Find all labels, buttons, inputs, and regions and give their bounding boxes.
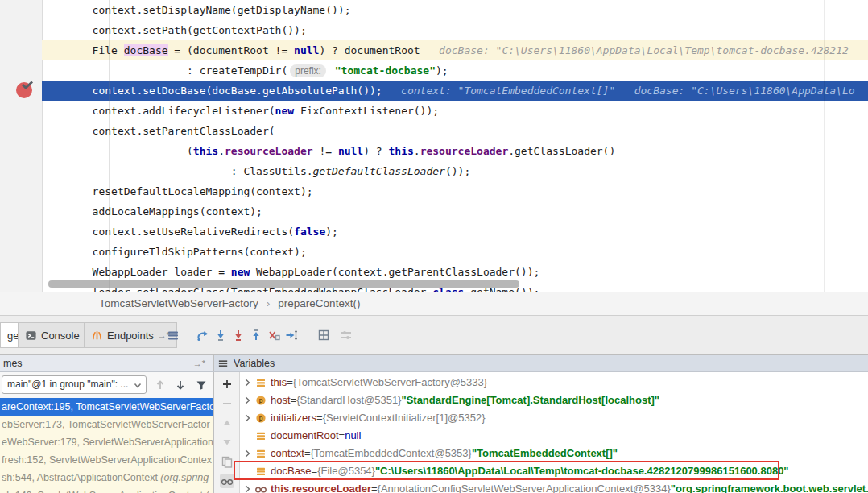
text-segment: "org.springframework.boot.web.servlet.co… xyxy=(671,480,868,493)
filter-frames-icon[interactable] xyxy=(194,378,209,392)
text-segment: configureTldSkipPatterns(context); xyxy=(42,246,307,258)
editor-gutter[interactable] xyxy=(0,0,43,292)
frame-row[interactable]: sh:544, AbstractApplicationContext (org.… xyxy=(0,469,214,487)
variables-panel-header: Variables xyxy=(214,355,868,371)
step-out-icon[interactable] xyxy=(248,327,264,343)
text-segment: host xyxy=(271,392,291,409)
debug-tool-window: gerConsole→*Endpoints→* mes →* Variables… xyxy=(0,316,868,493)
code-line[interactable]: resetDefaultLocaleMapping(context); xyxy=(42,181,868,201)
text-segment: ); xyxy=(325,226,338,238)
text-segment: {TomcatEmbeddedContext@5353} xyxy=(311,445,472,462)
text-segment: ) ? xyxy=(363,145,388,157)
frame-row[interactable]: ebServer:173, TomcatServletWebServerFact… xyxy=(0,416,214,433)
add-watch-icon[interactable] xyxy=(220,377,234,392)
frame-row[interactable]: areContext:195, TomcatServletWebServerFa… xyxy=(0,398,214,416)
local-variable-icon xyxy=(254,447,267,460)
code-line[interactable]: context.setPath(getContextPath()); xyxy=(42,20,868,40)
frames-header-label: mes xyxy=(3,358,23,369)
text-segment: ( xyxy=(42,145,193,157)
code-line[interactable]: : createTempDir(prefix: "tomcat-docbase"… xyxy=(42,60,868,81)
variable-row[interactable]: this = {TomcatServletWebServerFactory@53… xyxy=(240,374,868,392)
code-line[interactable]: context.setDocBase(docBase.getAbsolutePa… xyxy=(42,81,868,101)
code-line[interactable]: : ClassUtils.getDefaultClassLoader()); xyxy=(42,161,868,181)
thread-selector[interactable]: main"@1 in group "main": ... xyxy=(2,375,147,394)
text-segment: WebappLoader(context.getParentClassLoade… xyxy=(250,266,539,278)
text-segment: context.setDocBase(docBase.getAbsolutePa… xyxy=(42,85,382,97)
variable-row[interactable]: phost = {StandardHost@5351} "StandardEng… xyxy=(240,392,868,409)
code-line[interactable]: context.addLifecycleListener(new FixCont… xyxy=(42,101,868,121)
force-step-into-icon[interactable] xyxy=(230,327,246,343)
chevron-down-icon[interactable] xyxy=(131,379,144,392)
scroll-up-icon[interactable] xyxy=(153,378,167,392)
text-segment: = xyxy=(339,427,345,445)
show-watches-icon[interactable] xyxy=(220,474,234,488)
menu-icon[interactable] xyxy=(217,358,229,370)
text-segment: null xyxy=(294,44,319,56)
frame-row[interactable]: eWebServer:179, ServletWebServerApplicat… xyxy=(0,433,214,451)
right-margin-guide xyxy=(824,0,825,292)
variable-row[interactable]: this.resourceLoader = {AnnotationConfigS… xyxy=(240,480,868,493)
scroll-down-icon[interactable] xyxy=(173,378,188,392)
step-into-icon[interactable] xyxy=(213,327,229,343)
text-segment: context.setUseRelativeRedirects( xyxy=(42,226,294,238)
text-segment: = xyxy=(371,480,378,493)
step-over-icon[interactable] xyxy=(195,327,211,343)
text-segment: = (documentRoot != xyxy=(168,44,295,56)
tab-endpoints[interactable]: Endpoints→* xyxy=(84,322,177,348)
text-segment: new xyxy=(231,266,250,278)
text-segment: ebServer:173, TomcatServletWebServerFact… xyxy=(2,419,210,430)
breadcrumb-class[interactable]: TomcatServletWebServerFactory xyxy=(99,297,258,309)
code-line[interactable]: context.setDisplayName(getDisplayName())… xyxy=(42,0,868,20)
variable-row[interactable]: documentRoot = null xyxy=(240,427,868,445)
text-segment: "TomcatEmbeddedContext[]" xyxy=(472,445,618,462)
text-segment: : createTempDir( xyxy=(42,64,287,77)
layout-settings-icon[interactable] xyxy=(338,327,354,343)
remove-watch-icon[interactable] xyxy=(220,396,234,411)
move-watch-down-icon[interactable] xyxy=(220,435,234,450)
variable-row[interactable]: pinitializers = {ServletContextInitializ… xyxy=(240,409,868,427)
svg-text:p: p xyxy=(259,414,263,422)
text-segment: ) ? documentRoot xyxy=(319,44,420,56)
move-watch-up-icon[interactable] xyxy=(220,416,234,430)
breadcrumb-method[interactable]: prepareContext() xyxy=(278,297,360,309)
text-segment: "tomcat-docbase" xyxy=(335,64,436,77)
evaluate-expression-icon[interactable] xyxy=(316,327,332,343)
view-menu-icon[interactable] xyxy=(165,327,181,343)
code-line[interactable]: addLocaleMappings(context); xyxy=(42,201,868,222)
code-editor[interactable]: context.setDisplayName(getDisplayName())… xyxy=(0,0,868,292)
thread-combo-row: main"@1 in group "main": ... xyxy=(0,372,214,398)
pop-frame-icon[interactable] xyxy=(266,327,282,343)
text-segment xyxy=(329,64,335,77)
chevron-right-icon[interactable] xyxy=(242,395,253,406)
run-to-cursor-icon[interactable] xyxy=(283,327,300,343)
code-line[interactable]: context.setUseRelativeRedirects(false); xyxy=(42,222,868,242)
text-segment: this.resourceLoader xyxy=(271,480,371,493)
code-line[interactable]: (this.resourceLoader != null) ? this.res… xyxy=(42,141,868,161)
text-segment: new xyxy=(275,105,294,117)
duplicate-watch-icon[interactable] xyxy=(220,454,234,469)
code-line[interactable]: context.setParentClassLoader( xyxy=(42,121,868,141)
variable-row[interactable]: context = {TomcatEmbeddedContext@5353} "… xyxy=(240,445,868,462)
breakpoint-checked-icon[interactable] xyxy=(14,79,35,100)
text-segment: resetDefaultLocaleMapping(context); xyxy=(42,185,313,197)
text-segment: areContext:195, TomcatServletWebServerFa… xyxy=(2,401,214,412)
frame-row[interactable]: sh:140, ServletWebServerApplicationConte… xyxy=(0,487,214,493)
text-segment: this xyxy=(193,145,218,157)
chevron-right-icon[interactable] xyxy=(242,448,253,459)
chevron-right-icon[interactable] xyxy=(242,377,253,388)
code-line[interactable]: File docBase = (documentRoot != null) ? … xyxy=(42,40,868,60)
horizontal-scrollbar[interactable] xyxy=(48,280,519,288)
chevron-right-icon[interactable] xyxy=(242,483,253,493)
text-segment: {ServletContextInitializer[1]@5352} xyxy=(323,409,486,427)
frame-row[interactable]: fresh:152, ServletWebServerApplicationCo… xyxy=(0,451,214,469)
variable-row[interactable]: docBase = {File@5354} "C:\Users\11860\Ap… xyxy=(240,462,868,480)
code-line[interactable]: configureTldSkipPatterns(context); xyxy=(42,242,868,262)
text-segment: context: "TomcatEmbeddedContext[]" docBa… xyxy=(382,85,855,97)
chevron-right-icon[interactable] xyxy=(242,412,253,424)
code-line[interactable]: WebappLoader loader = new WebappLoader(c… xyxy=(42,262,868,282)
code-area[interactable]: context.setDisplayName(getDisplayName())… xyxy=(42,0,868,292)
local-variable-icon xyxy=(254,465,267,478)
text-segment: ); xyxy=(436,64,448,77)
frames-header-pin-icon[interactable]: →* xyxy=(193,355,205,371)
text-segment: WebappLoader loader = xyxy=(42,266,231,278)
